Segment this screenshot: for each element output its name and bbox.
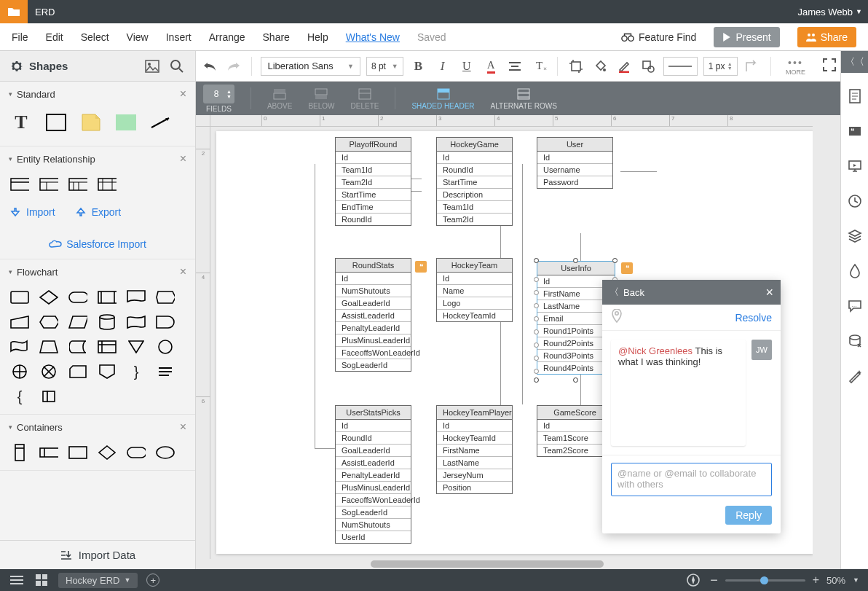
comment-badge[interactable] <box>415 261 427 273</box>
connection-point[interactable] <box>534 316 539 321</box>
comment-badge[interactable] <box>621 262 633 274</box>
connection-point[interactable] <box>534 277 539 282</box>
line-shape[interactable] <box>150 112 172 133</box>
connection-point[interactable] <box>534 369 539 374</box>
fc-card[interactable] <box>68 364 87 379</box>
fc-predefined[interactable] <box>98 290 117 305</box>
ct-2[interactable] <box>39 445 58 460</box>
menu-file[interactable]: File <box>12 31 28 43</box>
fc-hexagon[interactable] <box>39 315 58 329</box>
image-icon[interactable] <box>144 58 160 74</box>
comment-back-button[interactable]: 〈Back <box>609 286 644 299</box>
fields-stepper[interactable]: ▲▼ <box>203 85 234 103</box>
er-shape-2[interactable] <box>39 177 58 192</box>
dock-notes-icon[interactable] <box>841 79 869 114</box>
user-menu[interactable]: James Webb ▼ <box>797 7 862 17</box>
shaded-header-button[interactable]: SHADED HEADER <box>411 87 474 110</box>
table-userstatspicks[interactable]: UserStatsPicks Id RoundId GoalLeaderId A… <box>335 405 411 544</box>
fc-diamond[interactable] <box>39 290 58 305</box>
dock-data-icon[interactable] <box>841 324 869 359</box>
connection-point[interactable] <box>534 290 539 295</box>
share-button[interactable]: Share <box>797 27 856 47</box>
fc-document[interactable] <box>127 290 146 305</box>
fc-delay[interactable] <box>156 315 175 329</box>
present-button[interactable]: Present <box>714 27 779 47</box>
text-shape[interactable]: T <box>10 112 32 133</box>
menu-help[interactable]: Help <box>307 31 328 43</box>
er-shape-4[interactable] <box>98 177 117 192</box>
close-icon[interactable]: × <box>180 265 186 278</box>
connection-point[interactable] <box>534 356 539 361</box>
zoom-slider[interactable] <box>725 579 805 582</box>
fields-input[interactable] <box>206 89 226 99</box>
er-import-link[interactable]: Import <box>10 206 55 218</box>
underline-button[interactable]: U <box>457 57 476 76</box>
fc-paper[interactable] <box>127 315 146 329</box>
fc-or[interactable] <box>39 364 58 379</box>
selection-handle[interactable] <box>573 377 578 383</box>
line-style-select[interactable] <box>663 57 698 76</box>
border-color-button[interactable] <box>615 57 634 76</box>
fc-stored[interactable] <box>68 340 87 354</box>
horizontal-scrollbar[interactable] <box>210 559 813 569</box>
zoom-slider-thumb[interactable] <box>760 576 768 584</box>
dock-quote-icon[interactable]: ❝ <box>841 114 869 149</box>
fontsize-select[interactable]: 8 pt▼ <box>366 57 403 76</box>
add-above-button[interactable]: ABOVE <box>267 87 292 110</box>
canvas[interactable]: 0 1 2 3 4 5 6 7 8 2 4 6 <box>196 115 840 569</box>
selection-handle[interactable] <box>612 258 618 263</box>
table-hockeyteam[interactable]: HockeyTeam Id Name Logo HockeyTeamId <box>436 258 513 322</box>
shape-options-button[interactable] <box>639 57 658 76</box>
fc-brace2[interactable]: { <box>10 389 29 404</box>
ct-1[interactable] <box>10 445 29 460</box>
fullscreen-button[interactable] <box>823 58 836 74</box>
redo-button[interactable] <box>224 57 242 76</box>
clear-format-button[interactable]: T× <box>530 57 548 76</box>
fc-list[interactable] <box>156 364 175 379</box>
connection-point[interactable] <box>534 303 539 308</box>
menu-edit[interactable]: Edit <box>46 31 63 43</box>
gear-icon[interactable] <box>10 60 23 73</box>
dock-collapse-button[interactable]: 〈〈 <box>841 51 869 73</box>
fc-sumjunc[interactable] <box>10 364 29 379</box>
fc-internal[interactable] <box>98 340 117 354</box>
feature-find[interactable]: Feature Find <box>621 31 696 43</box>
close-icon[interactable]: × <box>180 152 186 165</box>
fc-manual-input[interactable] <box>10 315 29 329</box>
bold-button[interactable]: B <box>409 57 427 76</box>
er-shape-1[interactable] <box>10 177 29 192</box>
comment-reply-input[interactable] <box>611 463 772 496</box>
add-page-button[interactable]: + <box>146 574 159 587</box>
table-roundstats[interactable]: RoundStats Id NumShutouts GoalLeaderId A… <box>335 258 411 372</box>
more-button[interactable]: •••MORE <box>786 57 805 76</box>
fc-offpage[interactable] <box>98 364 117 379</box>
close-icon[interactable]: × <box>180 87 186 101</box>
fc-trap[interactable] <box>39 340 58 354</box>
zoom-value[interactable]: 50% <box>826 575 845 586</box>
menu-whats-new[interactable]: What's New <box>346 31 400 43</box>
import-data-button[interactable]: Import Data <box>0 540 195 569</box>
undo-button[interactable] <box>200 57 218 76</box>
connection-point[interactable] <box>534 329 539 334</box>
fc-swatch[interactable] <box>39 389 58 404</box>
dock-comments-icon[interactable]: … <box>841 289 869 324</box>
hotspot-shape[interactable] <box>115 112 137 133</box>
comment-reply-button[interactable]: Reply <box>725 506 772 525</box>
font-select[interactable]: Liberation Sans▼ <box>261 57 360 76</box>
selection-handle[interactable] <box>534 258 539 263</box>
fc-circle[interactable] <box>156 340 175 354</box>
text-color-button[interactable]: A <box>481 57 500 76</box>
menu-view[interactable]: View <box>127 31 149 43</box>
grid-view-icon[interactable] <box>33 572 50 588</box>
fc-tape[interactable] <box>10 340 29 354</box>
document-title[interactable]: ERD <box>35 7 55 17</box>
line-route-button[interactable] <box>743 57 762 76</box>
ct-4[interactable] <box>98 445 117 460</box>
er-shape-3[interactable] <box>68 177 87 192</box>
comment-close-button[interactable]: × <box>765 285 773 300</box>
table-user[interactable]: User Id Username Password <box>537 137 613 189</box>
dock-layers-icon[interactable] <box>841 219 869 254</box>
menu-select[interactable]: Select <box>81 31 109 43</box>
section-flowchart-header[interactable]: Flowchart× <box>0 259 195 284</box>
menu-insert[interactable]: Insert <box>166 31 192 43</box>
